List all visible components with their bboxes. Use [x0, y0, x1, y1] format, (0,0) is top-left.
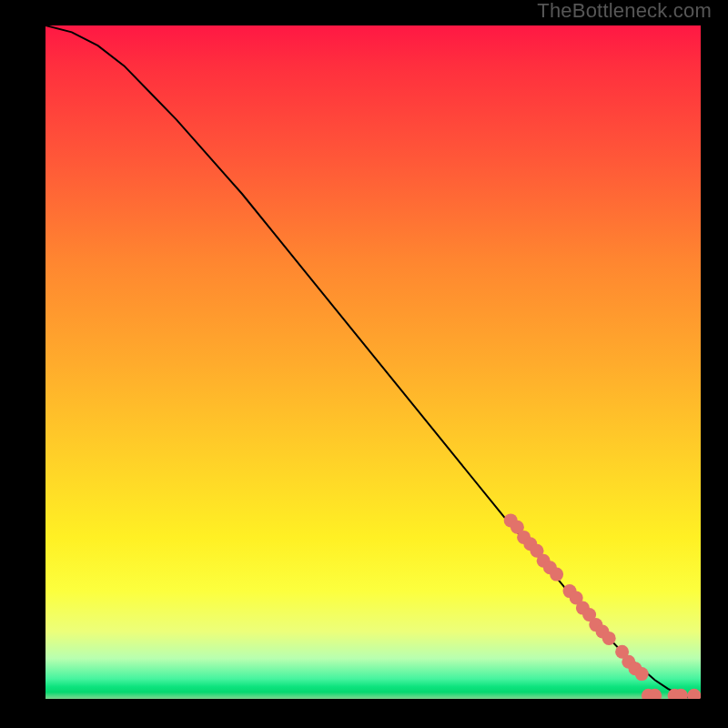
chart-stage: TheBottleneck.com	[0, 0, 728, 728]
attribution-label: TheBottleneck.com	[537, 1, 712, 21]
chart-svg	[46, 25, 701, 699]
curve-markers	[504, 513, 701, 699]
data-point	[602, 632, 616, 645]
data-point	[550, 568, 563, 581]
data-point	[635, 667, 649, 681]
plot-area	[46, 25, 701, 699]
curve-line	[46, 25, 701, 699]
data-point	[687, 689, 701, 699]
